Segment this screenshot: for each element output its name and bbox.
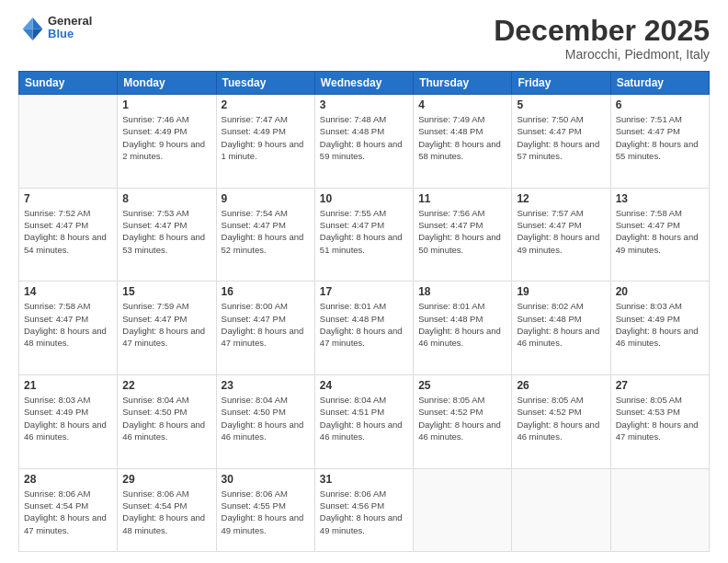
day-info: Sunrise: 8:06 AM Sunset: 4:54 PM Dayligh… <box>122 488 210 536</box>
day-number: 22 <box>122 379 210 392</box>
table-row <box>512 468 610 551</box>
table-row: 16Sunrise: 8:00 AM Sunset: 4:47 PM Dayli… <box>216 282 314 375</box>
table-row: 12Sunrise: 7:57 AM Sunset: 4:47 PM Dayli… <box>512 188 610 282</box>
day-number: 8 <box>122 192 210 205</box>
table-row: 23Sunrise: 8:04 AM Sunset: 4:50 PM Dayli… <box>216 375 314 469</box>
day-info: Sunrise: 7:52 AM Sunset: 4:47 PM Dayligh… <box>24 207 112 256</box>
day-info: Sunrise: 7:50 AM Sunset: 4:47 PM Dayligh… <box>517 113 605 162</box>
table-row: 7Sunrise: 7:52 AM Sunset: 4:47 PM Daylig… <box>19 188 118 282</box>
day-info: Sunrise: 7:53 AM Sunset: 4:47 PM Dayligh… <box>122 207 210 256</box>
svg-marker-2 <box>33 29 43 40</box>
day-number: 24 <box>320 379 408 392</box>
table-row: 19Sunrise: 8:02 AM Sunset: 4:48 PM Dayli… <box>512 282 610 375</box>
table-row: 3Sunrise: 7:48 AM Sunset: 4:48 PM Daylig… <box>314 95 413 189</box>
day-number: 11 <box>418 192 506 205</box>
table-row: 18Sunrise: 8:01 AM Sunset: 4:48 PM Dayli… <box>414 282 512 375</box>
table-row: 22Sunrise: 8:04 AM Sunset: 4:50 PM Dayli… <box>118 375 216 469</box>
col-wednesday: Wednesday <box>314 72 413 95</box>
table-row: 10Sunrise: 7:55 AM Sunset: 4:47 PM Dayli… <box>314 188 413 282</box>
day-number: 9 <box>222 192 310 205</box>
table-row: 1Sunrise: 7:46 AM Sunset: 4:49 PM Daylig… <box>118 95 216 189</box>
day-number: 15 <box>122 285 210 298</box>
month-title: December 2025 <box>494 15 710 47</box>
day-info: Sunrise: 8:06 AM Sunset: 4:55 PM Dayligh… <box>222 488 310 536</box>
col-friday: Friday <box>512 72 610 95</box>
col-sunday: Sunday <box>19 72 118 95</box>
day-info: Sunrise: 7:48 AM Sunset: 4:48 PM Dayligh… <box>320 113 408 162</box>
calendar-week-row: 14Sunrise: 7:58 AM Sunset: 4:47 PM Dayli… <box>19 282 710 375</box>
table-row: 13Sunrise: 7:58 AM Sunset: 4:47 PM Dayli… <box>610 188 709 282</box>
logo-icon <box>18 15 44 40</box>
table-row: 24Sunrise: 8:04 AM Sunset: 4:51 PM Dayli… <box>314 375 413 469</box>
day-number: 12 <box>517 192 605 205</box>
day-number: 2 <box>222 98 310 111</box>
table-row: 5Sunrise: 7:50 AM Sunset: 4:47 PM Daylig… <box>512 95 610 189</box>
day-info: Sunrise: 8:05 AM Sunset: 4:52 PM Dayligh… <box>517 394 605 442</box>
day-number: 7 <box>24 192 112 205</box>
day-info: Sunrise: 7:49 AM Sunset: 4:48 PM Dayligh… <box>418 113 506 162</box>
table-row: 20Sunrise: 8:03 AM Sunset: 4:49 PM Dayli… <box>610 282 709 375</box>
day-info: Sunrise: 8:03 AM Sunset: 4:49 PM Dayligh… <box>616 300 704 349</box>
col-saturday: Saturday <box>610 72 709 95</box>
logo-blue-text: Blue <box>48 28 92 40</box>
svg-marker-3 <box>23 29 33 40</box>
day-number: 13 <box>616 192 704 205</box>
table-row: 31Sunrise: 8:06 AM Sunset: 4:56 PM Dayli… <box>314 468 413 551</box>
day-info: Sunrise: 7:57 AM Sunset: 4:47 PM Dayligh… <box>517 207 605 256</box>
day-info: Sunrise: 8:04 AM Sunset: 4:50 PM Dayligh… <box>122 394 210 442</box>
day-info: Sunrise: 7:51 AM Sunset: 4:47 PM Dayligh… <box>616 113 704 162</box>
logo: General Blue <box>18 15 92 41</box>
day-info: Sunrise: 8:02 AM Sunset: 4:48 PM Dayligh… <box>517 300 605 349</box>
day-number: 3 <box>320 98 408 111</box>
svg-marker-0 <box>33 17 43 29</box>
col-monday: Monday <box>118 72 216 95</box>
day-info: Sunrise: 8:06 AM Sunset: 4:56 PM Dayligh… <box>320 488 408 536</box>
calendar-table: Sunday Monday Tuesday Wednesday Thursday… <box>18 71 710 552</box>
day-number: 17 <box>320 285 408 298</box>
day-info: Sunrise: 7:58 AM Sunset: 4:47 PM Dayligh… <box>616 207 704 256</box>
day-info: Sunrise: 8:00 AM Sunset: 4:47 PM Dayligh… <box>222 300 310 349</box>
day-info: Sunrise: 8:05 AM Sunset: 4:53 PM Dayligh… <box>616 394 704 442</box>
day-number: 6 <box>616 98 704 111</box>
logo-text: General Blue <box>48 15 92 41</box>
table-row: 6Sunrise: 7:51 AM Sunset: 4:47 PM Daylig… <box>610 95 709 189</box>
table-row <box>610 468 709 551</box>
calendar-week-row: 21Sunrise: 8:03 AM Sunset: 4:49 PM Dayli… <box>19 375 710 469</box>
day-number: 16 <box>222 285 310 298</box>
table-row: 30Sunrise: 8:06 AM Sunset: 4:55 PM Dayli… <box>216 468 314 551</box>
day-number: 1 <box>122 98 210 111</box>
day-info: Sunrise: 8:05 AM Sunset: 4:52 PM Dayligh… <box>418 394 506 442</box>
table-row: 26Sunrise: 8:05 AM Sunset: 4:52 PM Dayli… <box>512 375 610 469</box>
day-number: 4 <box>418 98 506 111</box>
col-thursday: Thursday <box>414 72 512 95</box>
calendar-header-row: Sunday Monday Tuesday Wednesday Thursday… <box>19 72 710 95</box>
table-row: 21Sunrise: 8:03 AM Sunset: 4:49 PM Dayli… <box>19 375 118 469</box>
day-info: Sunrise: 7:55 AM Sunset: 4:47 PM Dayligh… <box>320 207 408 256</box>
table-row: 15Sunrise: 7:59 AM Sunset: 4:47 PM Dayli… <box>118 282 216 375</box>
day-number: 30 <box>222 473 310 486</box>
day-number: 23 <box>222 379 310 392</box>
table-row: 17Sunrise: 8:01 AM Sunset: 4:48 PM Dayli… <box>314 282 413 375</box>
day-number: 20 <box>616 285 704 298</box>
table-row: 11Sunrise: 7:56 AM Sunset: 4:47 PM Dayli… <box>414 188 512 282</box>
day-number: 21 <box>24 379 112 392</box>
table-row: 14Sunrise: 7:58 AM Sunset: 4:47 PM Dayli… <box>19 282 118 375</box>
day-number: 25 <box>418 379 506 392</box>
calendar-week-row: 28Sunrise: 8:06 AM Sunset: 4:54 PM Dayli… <box>19 468 710 551</box>
day-info: Sunrise: 8:04 AM Sunset: 4:50 PM Dayligh… <box>222 394 310 442</box>
day-info: Sunrise: 8:06 AM Sunset: 4:54 PM Dayligh… <box>24 488 112 536</box>
day-info: Sunrise: 8:04 AM Sunset: 4:51 PM Dayligh… <box>320 394 408 442</box>
day-number: 28 <box>24 473 112 486</box>
day-number: 26 <box>517 379 605 392</box>
day-number: 31 <box>320 473 408 486</box>
calendar-week-row: 1Sunrise: 7:46 AM Sunset: 4:49 PM Daylig… <box>19 95 710 189</box>
day-number: 27 <box>616 379 704 392</box>
table-row: 9Sunrise: 7:54 AM Sunset: 4:47 PM Daylig… <box>216 188 314 282</box>
table-row: 28Sunrise: 8:06 AM Sunset: 4:54 PM Dayli… <box>19 468 118 551</box>
table-row: 29Sunrise: 8:06 AM Sunset: 4:54 PM Dayli… <box>118 468 216 551</box>
day-number: 29 <box>122 473 210 486</box>
calendar-week-row: 7Sunrise: 7:52 AM Sunset: 4:47 PM Daylig… <box>19 188 710 282</box>
table-row: 8Sunrise: 7:53 AM Sunset: 4:47 PM Daylig… <box>118 188 216 282</box>
day-info: Sunrise: 8:03 AM Sunset: 4:49 PM Dayligh… <box>24 394 112 442</box>
table-row: 2Sunrise: 7:47 AM Sunset: 4:49 PM Daylig… <box>216 95 314 189</box>
